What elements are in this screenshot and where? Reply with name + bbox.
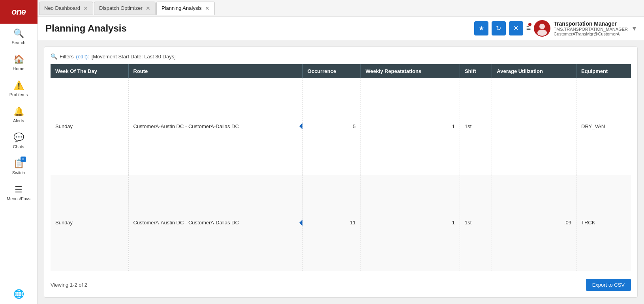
menu-icon: ☰ [15,185,23,195]
table-row[interactable]: Sunday CustomerA-Austin DC - CustomerA-D… [51,175,631,271]
chat-icon: 💬 [13,132,24,143]
table-header-row: Week Of The Day Route Occurrence Weekly … [51,64,631,78]
user-info: Transportation Manager TMS.TRANSPORTATIO… [554,21,628,36]
sidebar-label-switch: Switch [12,170,25,175]
tab-bar: Neo Dashboard ✕ Dispatch Optimizer ✕ Pla… [38,0,644,17]
sidebar-label-search: Search [12,40,26,45]
cell-equipment: DRY_VAN [576,78,631,175]
user-role: TMS.TRANSPORTATION_MANAGER [554,27,628,32]
svg-point-2 [537,30,547,36]
filters-edit-link[interactable]: (edit): [76,54,89,60]
filters-value: [Movement Start Date: Last 30 Days] [92,54,176,60]
table-row[interactable]: Sunday CustomerA-Austin DC - CustomerA-D… [51,78,631,175]
sidebar-label-menus: Menus/Favs [7,196,30,201]
tab-close-neo-dashboard[interactable]: ✕ [83,6,88,11]
tab-dispatch-optimizer[interactable]: Dispatch Optimizer ✕ [94,2,156,15]
logo-text: one [11,7,26,17]
sidebar-item-alerts[interactable]: 🔔 Alerts [0,102,37,128]
col-header-route: Route [128,64,302,78]
cell-avg-utilization: .09 [492,175,576,271]
cell-equipment: TRCK [576,175,631,271]
col-header-avg-utilization: Average Utilization [492,64,576,78]
sidebar-item-switch[interactable]: 📋≡ Switch [0,154,37,180]
sidebar-item-menus[interactable]: ☰ Menus/Favs [0,180,37,206]
avatar-image [535,21,550,36]
user-small-icon: 🌐 [13,289,24,299]
page-title: Planning Analysis [45,23,474,34]
user-dropdown-icon[interactable]: ▾ [633,24,636,33]
cell-weekly-repeats: 1 [360,78,460,175]
warning-icon: ⚠️ [13,80,24,91]
col-header-week-of-day: Week Of The Day [51,64,128,78]
cell-shift: 1st [460,175,492,271]
app-logo[interactable]: one [0,0,38,24]
content-area: 🔍 Filters (edit): [Movement Start Date: … [38,40,644,304]
sidebar-label-home: Home [13,66,24,71]
filters-bar: 🔍 Filters (edit): [Movement Start Date: … [51,53,631,60]
header: Planning Analysis ★ ↻ ✕ ≡ Transportation… [38,17,644,40]
sidebar-label-problems: Problems [9,92,28,97]
cell-route: CustomerA-Austin DC - CustomerA-Dallas D… [128,175,302,271]
sidebar-item-home[interactable]: 🏠 Home [0,50,37,76]
col-header-occurrence: Occurrence [302,64,360,78]
menu-button[interactable]: ≡ [526,24,531,33]
sidebar: one 🔍 Search 🏠 Home ⚠️ Problems 🔔 Alerts… [0,0,38,304]
user-name: Transportation Manager [554,21,628,27]
cell-weekly-repeats: 1 [360,175,460,271]
bell-icon: 🔔 [13,106,24,117]
user-email: CustomerATransMgr@CustomerA [554,32,628,36]
cell-route: CustomerA-Austin DC - CustomerA-Dallas D… [128,78,302,175]
search-icon: 🔍 [13,28,24,39]
panel-footer: Viewing 1-2 of 2 Export to CSV [51,276,631,291]
main-area: Neo Dashboard ✕ Dispatch Optimizer ✕ Pla… [38,0,644,304]
route-indicator [299,220,302,226]
avatar [534,20,550,37]
cell-week-of-day: Sunday [51,175,128,271]
cell-shift: 1st [460,78,492,175]
data-table: Week Of The Day Route Occurrence Weekly … [51,64,631,271]
refresh-button[interactable]: ↻ [492,21,506,35]
filters-label: Filters [60,54,73,60]
tab-label-dispatch-optimizer: Dispatch Optimizer [99,5,143,11]
main-panel: 🔍 Filters (edit): [Movement Start Date: … [44,47,638,298]
viewing-label: Viewing 1-2 of 2 [51,282,87,288]
tab-neo-dashboard[interactable]: Neo Dashboard ✕ [39,2,93,15]
export-csv-button[interactable]: Export to CSV [586,279,631,291]
tab-planning-analysis[interactable]: Planning Analysis ✕ [156,2,215,15]
tab-close-dispatch-optimizer[interactable]: ✕ [146,6,150,11]
col-header-shift: Shift [460,64,492,78]
tab-label-neo-dashboard: Neo Dashboard [44,5,80,11]
col-header-weekly-repeats: Weekly Repeatatations [360,64,460,78]
notification-dot [528,22,532,27]
route-indicator [299,123,302,129]
cell-occurrence: 11 [302,175,360,271]
tab-label-planning-analysis: Planning Analysis [161,5,202,11]
cell-avg-utilization [492,78,576,175]
cell-week-of-day: Sunday [51,78,128,175]
star-button[interactable]: ★ [474,21,488,35]
cell-occurrence: 5 [302,78,360,175]
close-view-button[interactable]: ✕ [509,21,523,35]
tab-close-planning-analysis[interactable]: ✕ [205,6,210,11]
switch-icon: 📋≡ [13,159,24,169]
sidebar-item-search[interactable]: 🔍 Search [0,24,37,50]
svg-point-1 [539,24,545,29]
home-icon: 🏠 [13,54,24,65]
col-header-equipment: Equipment [576,64,631,78]
sidebar-item-user[interactable]: 🌐 [0,284,37,304]
sidebar-label-alerts: Alerts [13,118,24,123]
sidebar-item-problems[interactable]: ⚠️ Problems [0,76,37,102]
header-actions: ★ ↻ ✕ ≡ Transportation Manager TMS.TRANS… [474,20,636,37]
sidebar-item-chats[interactable]: 💬 Chats [0,128,37,154]
sidebar-label-chats: Chats [13,144,24,149]
filter-icon: 🔍 [51,53,57,60]
